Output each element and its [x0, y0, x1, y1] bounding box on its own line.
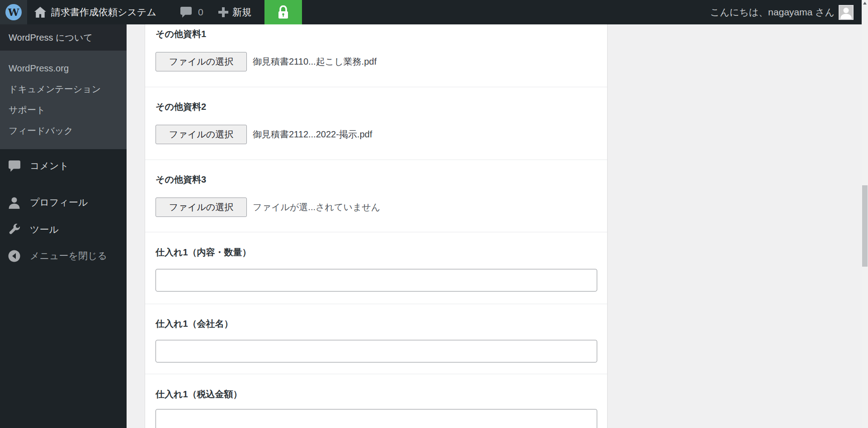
- wp-about-menu-item[interactable]: WordPress について: [0, 24, 127, 51]
- user-avatar: [839, 5, 854, 20]
- row-separator: [145, 304, 608, 304]
- row-separator: [145, 232, 608, 232]
- wp-logo-submenu: WordPress.org ドキュメンテーション サポート フィードバック: [0, 51, 127, 149]
- home-icon: [34, 7, 46, 18]
- sidebar-collapse-menu[interactable]: メニューを閉じる: [0, 242, 127, 269]
- my-account-link[interactable]: こんにちは、nagayama さん: [710, 0, 854, 24]
- new-content-link[interactable]: 新規: [218, 0, 251, 24]
- field-label-other-doc-3: その他資料3: [156, 174, 206, 185]
- purchase1-company-input[interactable]: [156, 340, 597, 362]
- selected-file-name: 御見積書2110...起こし業務.pdf: [253, 56, 377, 68]
- admin-sidebar: WordPress について WordPress.org ドキュメンテーション …: [0, 24, 127, 428]
- wordpress-logo-icon: W: [5, 4, 22, 21]
- scrollbar-thumb[interactable]: [862, 185, 868, 267]
- menu-item-label: サポート: [9, 104, 45, 116]
- wp-about-label: WordPress について: [9, 32, 93, 44]
- comment-icon: [8, 160, 20, 172]
- site-title: 請求書作成依頼システム: [51, 6, 156, 19]
- collapse-arrow-icon: [8, 250, 20, 262]
- menu-item-wordpress-org[interactable]: WordPress.org: [0, 58, 127, 79]
- vertical-scrollbar: [862, 0, 868, 428]
- new-label: 新規: [232, 6, 251, 19]
- site-link[interactable]: 請求書作成依頼システム: [34, 0, 156, 24]
- purchase1-content-qty-input[interactable]: [156, 269, 597, 292]
- sidebar-item-comments[interactable]: コメント: [0, 152, 127, 179]
- file-input-other-doc-3: ファイルの選択 ファイルが選...されていません: [156, 198, 380, 217]
- wordpress-logo-letter: W: [8, 6, 19, 18]
- comment-count: 0: [198, 7, 203, 18]
- row-separator: [145, 160, 608, 160]
- wp-logo-menu-button[interactable]: W: [0, 0, 27, 24]
- plus-icon: [218, 7, 228, 17]
- menu-item-label: ドキュメンテーション: [9, 83, 101, 95]
- no-file-selected-text: ファイルが選...されていません: [253, 201, 380, 213]
- admin-bar: W 請求書作成依頼システム 0 新規 こんにちは、nagayama さん: [0, 0, 862, 24]
- menu-item-feedback[interactable]: フィードバック: [0, 120, 127, 141]
- file-input-other-doc-2: ファイルの選択 御見積書2112...2022-掲示.pdf: [156, 125, 372, 144]
- wrench-icon: [8, 224, 20, 236]
- howdy-text: こんにちは、nagayama さん: [710, 6, 835, 19]
- choose-file-button[interactable]: ファイルの選択: [156, 52, 247, 71]
- row-separator: [145, 87, 608, 87]
- field-label-other-doc-2: その他資料2: [156, 101, 206, 113]
- field-label-purchase1-amount: 仕入れ1（税込金額）: [156, 388, 242, 400]
- user-icon: [8, 197, 20, 209]
- row-separator: [145, 374, 608, 374]
- form-card: その他資料1 ファイルの選択 御見積書2110...起こし業務.pdf その他資…: [145, 24, 608, 428]
- field-label-purchase1-company: 仕入れ1（会社名）: [156, 318, 233, 329]
- selected-file-name: 御見積書2112...2022-掲示.pdf: [253, 128, 372, 141]
- sidebar-item-profile[interactable]: プロフィール: [0, 189, 127, 216]
- sidebar-item-label: ツール: [30, 223, 59, 236]
- comments-link[interactable]: 0: [180, 0, 203, 24]
- person-silhouette-icon: [840, 7, 853, 19]
- comment-bubble-icon: [180, 7, 192, 18]
- choose-file-button[interactable]: ファイルの選択: [156, 198, 247, 217]
- menu-item-label: WordPress.org: [9, 63, 69, 74]
- scroll-up-arrow-icon[interactable]: [863, 2, 867, 5]
- sidebar-item-label: コメント: [30, 160, 69, 172]
- security-lock-button[interactable]: [264, 0, 302, 24]
- choose-file-button[interactable]: ファイルの選択: [156, 125, 247, 144]
- menu-item-label: フィードバック: [9, 125, 73, 137]
- menu-item-support[interactable]: サポート: [0, 99, 127, 120]
- menu-item-documentation[interactable]: ドキュメンテーション: [0, 79, 127, 99]
- purchase1-amount-input[interactable]: [156, 409, 597, 428]
- sidebar-item-label: メニューを閉じる: [30, 249, 107, 262]
- sidebar-item-label: プロフィール: [30, 196, 88, 209]
- sidebar-item-tools[interactable]: ツール: [0, 216, 127, 243]
- field-label-purchase1-content-qty: 仕入れ1（内容・数量）: [156, 246, 251, 258]
- lock-icon: [277, 5, 289, 19]
- field-label-other-doc-1: その他資料1: [156, 28, 206, 40]
- file-input-other-doc-1: ファイルの選択 御見積書2110...起こし業務.pdf: [156, 52, 377, 71]
